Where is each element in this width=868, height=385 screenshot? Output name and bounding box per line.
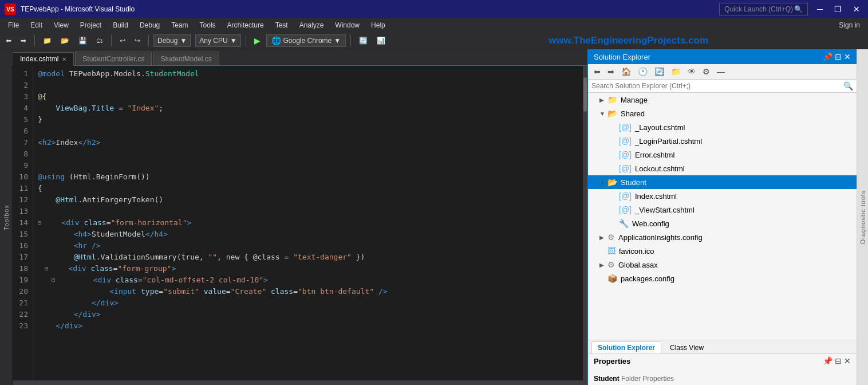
tree-item-webconfig[interactable]: 🔧 Web.config bbox=[588, 217, 857, 230]
tree-item-packages[interactable]: 📦 packages.config bbox=[588, 272, 857, 285]
toolbox-sidebar[interactable]: Toolbox bbox=[0, 49, 13, 385]
new-project-button[interactable]: 📁 bbox=[40, 36, 55, 46]
tab-student-model[interactable]: StudentModel.cs bbox=[153, 52, 219, 65]
undo-button[interactable]: ↩ bbox=[116, 36, 129, 46]
se-search-input[interactable] bbox=[591, 82, 843, 90]
solution-tree: ▶ 📁 Manage ▼ 📂 Shared [@] _Layout.cshtml… bbox=[588, 93, 857, 340]
prop-pin-button[interactable]: 📌 bbox=[823, 356, 833, 366]
se-refresh-btn[interactable]: 🔄 bbox=[652, 66, 666, 77]
prop-close-button[interactable]: ✕ bbox=[844, 356, 851, 366]
tab-solution-explorer[interactable]: Solution Explorer bbox=[591, 341, 661, 353]
code-line-12: @Html.AntiForgeryToken() bbox=[38, 194, 578, 206]
close-button[interactable]: ✕ bbox=[850, 5, 863, 14]
minimize-button[interactable]: ─ bbox=[814, 5, 826, 14]
vs-logo: VS bbox=[5, 3, 16, 15]
tab-student-controller[interactable]: StudentController.cs bbox=[75, 52, 152, 65]
code-line-19: ⊟ <div class="col-md-offset-2 col-md-10"… bbox=[38, 274, 578, 286]
tree-item-manage[interactable]: ▶ 📁 Manage bbox=[588, 93, 857, 107]
refresh-button[interactable]: 🔄 bbox=[356, 36, 371, 46]
tree-item-shared[interactable]: ▼ 📂 Shared bbox=[588, 107, 857, 120]
tree-item-student[interactable]: ▼ 📂 Student bbox=[588, 175, 857, 189]
se-back-btn[interactable]: ⬅ bbox=[591, 66, 603, 77]
menu-bar: File Edit View Project Build Debug Team … bbox=[0, 18, 868, 32]
index-label: Index.cshtml bbox=[635, 192, 677, 201]
se-close-button[interactable]: ✕ bbox=[844, 52, 851, 61]
tree-item-globalasax[interactable]: ▶ ⚙ Global.asax bbox=[588, 258, 857, 272]
tree-item-favicon[interactable]: 🖼 favicon.ico bbox=[588, 244, 857, 258]
browser-label: Google Chrome bbox=[283, 37, 332, 45]
tree-item-error[interactable]: [@] Error.cshtml bbox=[588, 148, 857, 162]
tree-item-lockout[interactable]: [@] Lockout.cshtml bbox=[588, 162, 857, 175]
se-forward-btn[interactable]: ➡ bbox=[605, 66, 617, 77]
forward-button[interactable]: ➡ bbox=[17, 36, 30, 46]
run-button[interactable]: ▶ bbox=[251, 35, 264, 46]
code-line-16: <hr /> bbox=[38, 240, 578, 252]
browser-button[interactable]: 🌐 Google Chrome ▼ bbox=[266, 34, 346, 47]
prop-dock-button[interactable]: ⊟ bbox=[835, 356, 842, 366]
se-pin-button[interactable]: 📌 bbox=[823, 52, 833, 61]
vertical-scrollbar[interactable] bbox=[583, 66, 587, 380]
debug-config-dropdown[interactable]: Debug ▼ bbox=[153, 34, 191, 47]
se-dock-button[interactable]: ⊟ bbox=[835, 52, 842, 61]
back-button[interactable]: ⬅ bbox=[2, 36, 15, 46]
save-all-button[interactable]: 🗂 bbox=[93, 36, 106, 46]
horizontal-scrollbar[interactable] bbox=[13, 380, 587, 385]
menu-analyze[interactable]: Analyze bbox=[294, 18, 330, 32]
se-settings-btn[interactable]: ⚙ bbox=[700, 66, 712, 77]
main-area: Toolbox Index.cshtml ✕ StudentController… bbox=[0, 49, 868, 385]
appinsights-icon: ⚙ bbox=[607, 233, 615, 242]
performance-button[interactable]: 📊 bbox=[373, 36, 389, 46]
code-line-2 bbox=[38, 80, 578, 91]
save-button[interactable]: 💾 bbox=[75, 36, 90, 46]
sep2 bbox=[111, 35, 112, 46]
tree-item-appinsights[interactable]: ▶ ⚙ ApplicationInsights.config bbox=[588, 230, 857, 244]
tab-class-view[interactable]: Class View bbox=[664, 341, 710, 353]
toolbox-label: Toolbox bbox=[3, 205, 10, 230]
global-label: Global.asax bbox=[618, 261, 658, 269]
menu-tools[interactable]: Tools bbox=[194, 18, 222, 32]
menu-help[interactable]: Help bbox=[365, 18, 391, 32]
menu-view[interactable]: View bbox=[48, 18, 74, 32]
menu-test[interactable]: Test bbox=[270, 18, 294, 32]
viewstart-label: _ViewStart.cshtml bbox=[635, 206, 695, 214]
debug-config-arrow: ▼ bbox=[180, 37, 187, 45]
se-home-btn[interactable]: 🏠 bbox=[619, 66, 633, 77]
global-arrow: ▶ bbox=[599, 262, 605, 268]
se-bottom-tabs: Solution Explorer Class View bbox=[588, 340, 857, 353]
code-line-22: </div> bbox=[38, 309, 578, 320]
tree-item-index[interactable]: [@] Index.cshtml bbox=[588, 189, 857, 203]
menu-edit[interactable]: Edit bbox=[25, 18, 48, 32]
platform-arrow: ▼ bbox=[230, 37, 237, 45]
student-label: Student bbox=[621, 178, 646, 187]
open-button[interactable]: 📂 bbox=[57, 36, 73, 46]
restore-button[interactable]: ❐ bbox=[831, 5, 845, 14]
browser-dropdown-arrow: ▼ bbox=[334, 37, 341, 45]
se-clock-btn[interactable]: 🕐 bbox=[636, 66, 650, 77]
shared-arrow: ▼ bbox=[599, 111, 605, 117]
menu-build[interactable]: Build bbox=[107, 18, 134, 32]
se-properties-btn[interactable]: — bbox=[715, 66, 727, 77]
code-line-18: ⊟ <div class="form-group"> bbox=[38, 263, 578, 274]
menu-file[interactable]: File bbox=[2, 18, 25, 32]
menu-team[interactable]: Team bbox=[165, 18, 194, 32]
menu-project[interactable]: Project bbox=[74, 18, 107, 32]
code-editor[interactable]: @model TEPwebApp.Models.StudentModel @{ … bbox=[33, 66, 583, 380]
tree-item-loginpartial[interactable]: [@] _LoginPartial.cshtml bbox=[588, 134, 857, 148]
tab-index-cshtml[interactable]: Index.cshtml ✕ bbox=[13, 52, 74, 66]
student-arrow: ▼ bbox=[599, 179, 605, 186]
tab-model-label: StudentModel.cs bbox=[160, 55, 211, 63]
manage-folder-icon: 📁 bbox=[607, 95, 617, 104]
tab-index-close[interactable]: ✕ bbox=[62, 56, 66, 62]
redo-button[interactable]: ↪ bbox=[131, 36, 144, 46]
platform-dropdown[interactable]: Any CPU ▼ bbox=[195, 34, 240, 47]
menu-window[interactable]: Window bbox=[329, 18, 365, 32]
menu-signin[interactable]: Sign in bbox=[833, 18, 866, 32]
tree-item-layout[interactable]: [@] _Layout.cshtml bbox=[588, 120, 857, 134]
scrollbar-thumb[interactable] bbox=[583, 77, 587, 112]
menu-debug[interactable]: Debug bbox=[134, 18, 165, 32]
tree-item-viewstart[interactable]: [@] _ViewStart.cshtml bbox=[588, 203, 857, 217]
diagnostic-tools-sidebar[interactable]: Diagnostic tools bbox=[857, 49, 868, 385]
menu-architecture[interactable]: Architecture bbox=[222, 18, 270, 32]
se-show-all-btn[interactable]: 👁 bbox=[685, 66, 698, 77]
se-collapse-btn[interactable]: 📁 bbox=[669, 66, 683, 77]
